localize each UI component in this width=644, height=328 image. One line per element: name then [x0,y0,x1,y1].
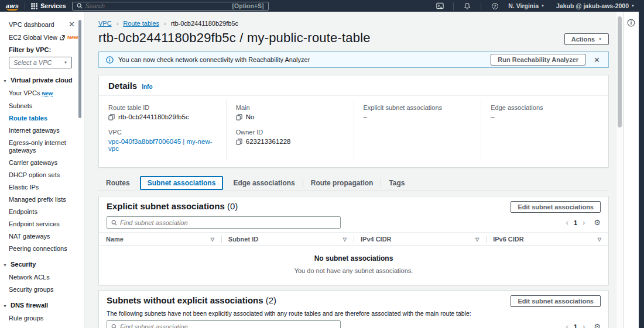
tab-edge-associations[interactable]: Edge associations [225,179,302,187]
sidebar-item-your-vpcs[interactable]: Your VPCs New [9,89,74,98]
run-reachability-analyzer-button[interactable]: Run Reachability Analyzer [491,54,585,65]
tab-routes[interactable]: Routes [98,179,138,187]
sidebar-item-route-tables[interactable]: Route tables [9,115,74,122]
reachability-banner: You can now check network connectivity w… [98,51,609,68]
account-menu[interactable]: Jakub @ jakub-aws-2000 ▼ [550,2,640,9]
help-icon: ? [492,3,498,9]
vpc-filter-value: Select a VPC [13,59,52,66]
banner-close-icon[interactable]: ✕ [594,56,600,64]
sidebar-item-vpc-dashboard[interactable]: VPC dashboard [9,21,54,28]
tab-route-propagation[interactable]: Route propagation [303,179,381,187]
sidebar-item-peering-connections[interactable]: Peering connections [9,245,74,253]
breadcrumb-route-tables[interactable]: Route tables [123,20,159,27]
sidebar-item-network-acls[interactable]: Network ACLs [9,274,74,281]
vpc-filter-select[interactable]: Select a VPC ▼ [9,57,72,68]
sidebar-item-rule-groups[interactable]: Rule groups [9,315,74,322]
scrollbar-thumb[interactable] [618,16,622,127]
actions-button[interactable]: Actions ▼ [564,33,609,45]
pagination: ‹ 1 › ⚙ [566,218,601,227]
info-icon [106,56,114,64]
sidebar-item-dhcp-option-sets[interactable]: DHCP option sets [9,171,74,179]
sidebar-item-endpoint-services[interactable]: Endpoint services [9,220,74,228]
cloudshell-button[interactable] [432,0,447,12]
right-edge-panel [639,12,644,328]
chevron-down-icon: ▼ [64,61,67,64]
preferences-gear-icon[interactable]: ⚙ [594,322,601,328]
preferences-gear-icon[interactable]: ⚙ [594,218,601,227]
sidebar-section-virtual-private-cloud[interactable]: ▼ Virtual private cloud [3,77,84,84]
sort-icon[interactable]: ▽ [475,237,479,242]
sidebar-item-carrier-gateways[interactable]: Carrier gateways [9,159,74,167]
column-header-ipv6-cidr: IPv6 CIDR [493,236,524,243]
find-subnet-input[interactable] [120,323,336,328]
page-number[interactable]: 1 [574,219,577,226]
nav-right-group: ? N. Virginia ▼ Jakub @ jakub-aws-2000 ▼ [432,0,644,12]
nav-divider [453,2,454,10]
details-title: Details [108,81,137,91]
sidebar-item-label: Your VPCs [9,89,40,96]
sidebar-item-egress-only-internet-gateways[interactable]: Egress-only internet gateways [9,139,74,154]
edit-subnet-associations-button[interactable]: Edit subnet associations [511,295,601,307]
sidebar-item-subnets[interactable]: Subnets [9,102,74,110]
search-icon [111,220,117,226]
global-search[interactable]: [Option+S] [72,2,269,11]
copy-icon[interactable] [236,114,242,120]
region-selector[interactable]: N. Virginia ▼ [502,2,550,9]
breadcrumb-vpc[interactable]: VPC [98,20,112,27]
sidebar-item-elastic-ips[interactable]: Elastic IPs [9,184,74,191]
tab-subnet-associations[interactable]: Subnet associations [140,176,224,190]
sidebar-item-ec2-global-view[interactable]: EC2 Global View New [9,34,78,41]
external-link-icon [60,35,65,40]
details-info-link[interactable]: Info [142,84,152,90]
bell-icon [464,2,471,10]
close-icon[interactable]: ✕ [68,20,75,29]
aws-logo[interactable]: aws [6,2,19,9]
edit-subnet-associations-button[interactable]: Edit subnet associations [511,201,601,213]
previous-page-icon[interactable]: ‹ [566,218,568,227]
new-badge: New [42,91,53,97]
notifications-button[interactable] [460,0,475,12]
services-menu[interactable]: Services [31,2,66,9]
title-row: rtb-0cb2441180b29fb5c / my-public-route-… [98,30,609,46]
actions-label: Actions [571,36,595,43]
vpc-link[interactable]: vpc-040f3a8bbf7006045 | my-new-vpc [108,138,217,152]
previous-page-icon[interactable]: ‹ [566,322,568,328]
sort-icon[interactable]: ▽ [211,237,214,242]
copy-icon[interactable] [236,139,242,145]
tab-bar: Routes Subnet associations Edge associat… [98,175,609,191]
sidebar-item-managed-prefix-lists[interactable]: Managed prefix lists [9,196,74,203]
help-button[interactable]: ? [487,0,502,12]
collapse-triangle-icon: ▼ [3,263,7,267]
tab-tags[interactable]: Tags [381,179,412,187]
find-subnet-association-search[interactable] [107,320,341,328]
field-label: Route table ID [108,104,217,111]
sidebar-scrollbar[interactable] [78,20,81,118]
info-panel-toggle[interactable] [624,19,639,27]
section-title: Subnets without explicit associations [107,295,263,305]
copy-icon[interactable] [108,114,115,120]
pagination: ‹ 1 › ⚙ [566,322,601,328]
cloudshell-terminal-icon [436,2,444,9]
sidebar-item-internet-gateways[interactable]: Internet gateways [9,127,74,134]
sidebar-item-nat-gateways[interactable]: NAT gateways [9,233,74,240]
find-subnet-input[interactable] [120,219,336,226]
section-title: Explicit subnet associations [107,201,225,211]
search-input[interactable] [85,2,232,9]
page-number[interactable]: 1 [574,323,577,328]
find-subnet-association-search[interactable] [107,216,341,229]
sidebar-item-security-groups[interactable]: Security groups [9,286,74,294]
next-page-icon[interactable]: › [583,322,585,328]
sidebar-section-security[interactable]: ▼ Security [3,261,84,268]
next-page-icon[interactable]: › [583,218,585,227]
main-content: VPC › Route tables › rtb-0cb2441180b29fb… [85,12,616,328]
sidebar-item-endpoints[interactable]: Endpoints [9,208,74,216]
field-label: VPC [108,129,217,136]
main-wrap: VPC › Route tables › rtb-0cb2441180b29fb… [85,12,644,328]
sort-icon[interactable]: ▽ [343,237,347,242]
vpc-sidebar: VPC dashboard ✕ EC2 Global View New Filt… [0,12,85,328]
collapse-triangle-icon: ▼ [3,79,7,83]
sort-icon[interactable]: ▽ [598,237,601,242]
sidebar-section-dns-firewall[interactable]: ▼ DNS firewall [3,302,84,309]
account-label: Jakub @ jakub-aws-2000 [556,2,629,9]
main-scrollbar[interactable] [616,12,623,328]
